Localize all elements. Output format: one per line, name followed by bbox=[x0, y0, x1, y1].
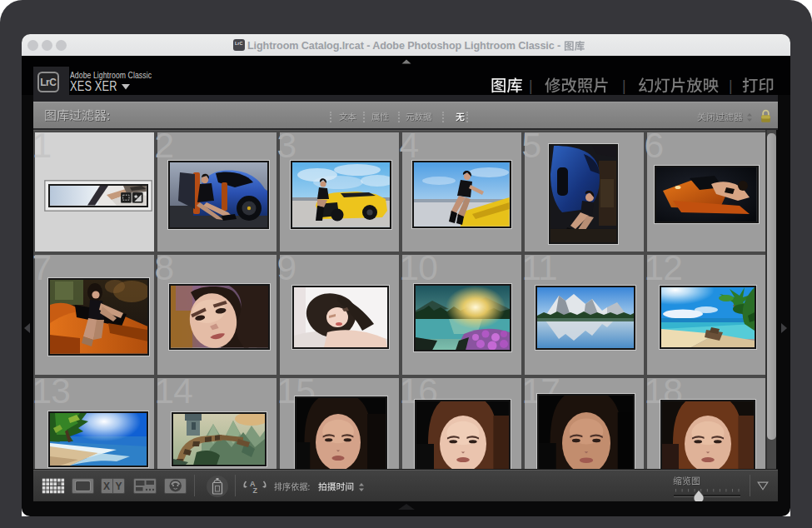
svg-text:Z: Z bbox=[253, 486, 258, 494]
